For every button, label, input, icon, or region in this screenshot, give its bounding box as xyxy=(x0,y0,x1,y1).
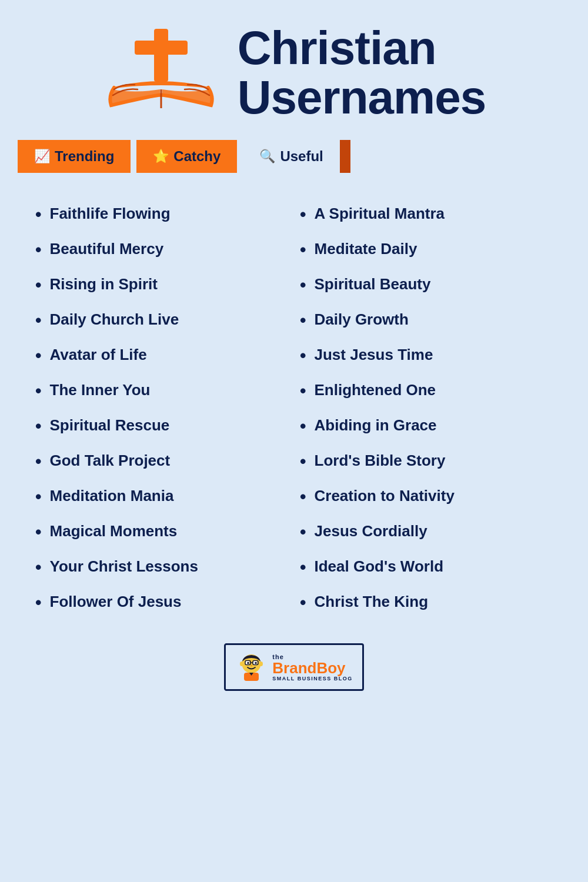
list-item: •Ideal God's World xyxy=(294,549,559,584)
page-title: Christian Usernames xyxy=(238,24,486,122)
tag-separator-2 xyxy=(237,140,243,173)
bullet-icon: • xyxy=(300,417,306,435)
list-item: •Abiding in Grace xyxy=(294,408,559,443)
bullet-icon: • xyxy=(35,594,42,612)
catchy-icon: ⭐ xyxy=(153,149,169,164)
bullet-icon: • xyxy=(35,241,42,259)
trending-icon: 📈 xyxy=(34,149,50,164)
list-item: •Rising in Spirit xyxy=(29,267,294,302)
list-item: •Just Jesus Time xyxy=(294,338,559,373)
username-text: Creation to Nativity xyxy=(315,487,455,505)
username-text: Rising in Spirit xyxy=(50,275,158,293)
list-item: •Creation to Nativity xyxy=(294,479,559,514)
svg-point-11 xyxy=(250,665,253,667)
tag-end-space xyxy=(350,140,570,173)
bullet-icon: • xyxy=(300,453,306,470)
username-text: Avatar of Life xyxy=(50,346,147,364)
bullet-icon: • xyxy=(300,347,306,365)
bullet-icon: • xyxy=(35,453,42,470)
username-text: Just Jesus Time xyxy=(315,346,433,364)
list-item: •Jesus Cordially xyxy=(294,514,559,549)
list-item: •Spiritual Beauty xyxy=(294,267,559,302)
brandboy-logo: the BrandBoy SMALL BUSINESS BLOG xyxy=(224,643,363,691)
username-text: Meditation Mania xyxy=(50,487,174,505)
username-text: Follower Of Jesus xyxy=(50,593,182,611)
bullet-icon: • xyxy=(35,312,42,329)
username-text: Daily Growth xyxy=(315,310,409,329)
username-text: Lord's Bible Story xyxy=(315,452,446,470)
bullet-icon: • xyxy=(35,206,42,223)
brandboy-name: BrandBoy xyxy=(272,660,345,676)
username-text: God Talk Project xyxy=(50,452,171,470)
username-text: The Inner You xyxy=(50,381,151,399)
list-item: •A Spiritual Mantra xyxy=(294,196,559,232)
username-text: Meditate Daily xyxy=(315,240,417,258)
brandboy-tagline: SMALL BUSINESS BLOG xyxy=(272,676,352,681)
username-text: Beautiful Mercy xyxy=(50,240,164,258)
list-item: •Avatar of Life xyxy=(29,338,294,373)
tag-useful-label: Useful xyxy=(280,148,323,165)
bullet-icon: • xyxy=(35,559,42,576)
bullet-icon: • xyxy=(35,417,42,435)
bullet-icon: • xyxy=(300,206,306,223)
tag-catchy[interactable]: ⭐ Catchy xyxy=(136,140,237,173)
username-text: Enlightened One xyxy=(315,381,436,399)
list-item: •Your Christ Lessons xyxy=(29,549,294,584)
username-lists: •Faithlife Flowing•Beautiful Mercy•Risin… xyxy=(18,196,570,620)
bullet-icon: • xyxy=(300,523,306,541)
tag-trending[interactable]: 📈 Trending xyxy=(18,140,131,173)
username-text: A Spiritual Mantra xyxy=(315,205,445,223)
list-item: •The Inner You xyxy=(29,373,294,408)
svg-point-6 xyxy=(248,662,250,664)
bullet-icon: • xyxy=(300,241,306,259)
list-item: •Daily Growth xyxy=(294,302,559,338)
list-item: •Faithlife Flowing xyxy=(29,196,294,232)
bullet-icon: • xyxy=(300,312,306,329)
brand-plain: Brand xyxy=(272,659,316,677)
username-text: Spiritual Beauty xyxy=(315,275,431,293)
bible-cross-icon xyxy=(102,26,220,120)
svg-point-13 xyxy=(259,662,263,666)
tag-catchy-label: Catchy xyxy=(173,148,220,165)
useful-icon: 🔍 xyxy=(259,149,275,164)
username-text: Daily Church Live xyxy=(50,310,179,329)
list-item: •Lord's Bible Story xyxy=(294,443,559,479)
list-item: •Follower Of Jesus xyxy=(29,584,294,620)
bullet-icon: • xyxy=(300,559,306,576)
svg-point-7 xyxy=(255,662,258,664)
list-item: •Spiritual Rescue xyxy=(29,408,294,443)
username-text: Jesus Cordially xyxy=(315,522,427,540)
page-header: Christian Usernames xyxy=(18,24,570,122)
username-text: Faithlife Flowing xyxy=(50,205,171,223)
brandboy-mascot-icon xyxy=(235,651,268,683)
bullet-icon: • xyxy=(300,488,306,506)
bullet-icon: • xyxy=(35,347,42,365)
username-text: Abiding in Grace xyxy=(315,416,437,435)
list-item: •Enlightened One xyxy=(294,373,559,408)
list-item: •Meditate Daily xyxy=(294,232,559,267)
username-text: Spiritual Rescue xyxy=(50,416,170,435)
list-item: •Magical Moments xyxy=(29,514,294,549)
username-text: Christ The King xyxy=(315,593,429,611)
brandboy-text-block: the BrandBoy SMALL BUSINESS BLOG xyxy=(272,653,352,681)
svg-rect-0 xyxy=(154,29,168,82)
list-item: •Christ The King xyxy=(294,584,559,620)
username-text: Magical Moments xyxy=(50,522,178,540)
bullet-icon: • xyxy=(300,382,306,400)
bullet-icon: • xyxy=(35,276,42,294)
bullet-icon: • xyxy=(300,276,306,294)
bullet-icon: • xyxy=(35,523,42,541)
list-item: •Meditation Mania xyxy=(29,479,294,514)
tag-accent-bar xyxy=(340,140,350,173)
right-column: •A Spiritual Mantra•Meditate Daily•Spiri… xyxy=(294,196,559,620)
list-item: •Beautiful Mercy xyxy=(29,232,294,267)
tag-separator-1 xyxy=(131,140,136,173)
list-item: •Daily Church Live xyxy=(29,302,294,338)
brand-accent: Boy xyxy=(316,659,345,677)
bullet-icon: • xyxy=(35,382,42,400)
tag-useful[interactable]: 🔍 Useful xyxy=(243,140,339,173)
bullet-icon: • xyxy=(300,594,306,612)
bullet-icon: • xyxy=(35,488,42,506)
tag-bar: 📈 Trending ⭐ Catchy 🔍 Useful xyxy=(18,140,570,173)
username-text: Ideal God's World xyxy=(315,557,444,576)
